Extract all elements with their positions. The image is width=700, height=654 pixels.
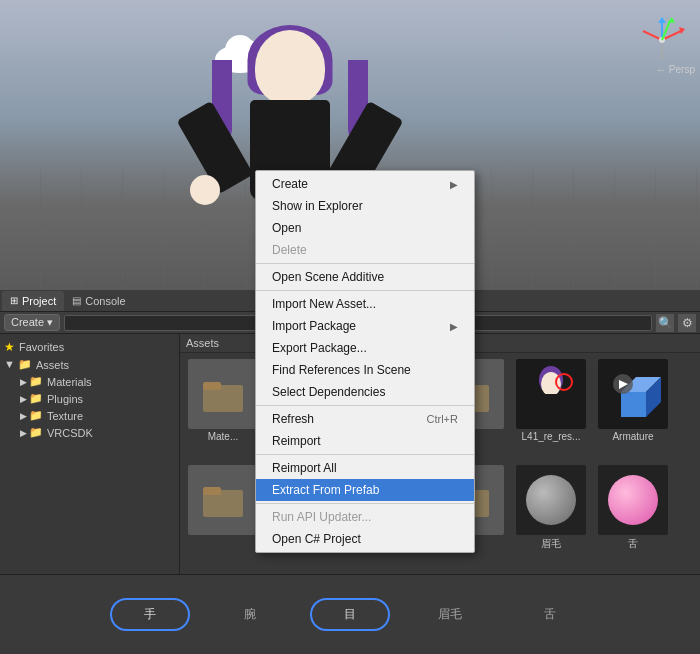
bottom-btn-mayuge[interactable]: 眉毛 [410, 598, 490, 631]
folder-icon: 📁 [29, 409, 43, 422]
persp-label: ← Persp [656, 64, 695, 75]
context-menu: Create ▶ Show in Explorer Open Delete Op… [255, 170, 475, 553]
console-tab-icon: ▤ [72, 295, 81, 306]
ctx-arrow-create: ▶ [450, 179, 458, 190]
asset-item-shita[interactable]: 舌 [594, 463, 672, 568]
ctx-sep-3 [256, 405, 474, 406]
ctx-refresh[interactable]: Refresh Ctrl+R [256, 408, 474, 430]
ctx-shortcut-refresh: Ctrl+R [427, 413, 458, 425]
bottom-btn-te[interactable]: 手 [110, 598, 190, 631]
arrow-icon: ▶ [20, 377, 27, 387]
create-button[interactable]: Create ▾ [4, 314, 60, 331]
svg-marker-1 [658, 17, 666, 23]
arrow-icon: ▶ [20, 394, 27, 404]
search-icon-btn[interactable]: 🔍 [656, 314, 674, 332]
arrow-icon: ▶ [20, 411, 27, 421]
ctx-sep-1 [256, 263, 474, 264]
asset-thumb-shita [598, 465, 668, 535]
asset-thumb-armature [598, 359, 668, 429]
ctx-select-deps[interactable]: Select Dependencies [256, 381, 474, 403]
bottom-bar: 手 腕 目 眉毛 舌 [0, 574, 700, 654]
asset-label: 舌 [628, 537, 638, 551]
svg-line-4 [643, 31, 662, 40]
ctx-open-csharp[interactable]: Open C# Project [256, 528, 474, 550]
char-head [255, 30, 325, 105]
ctx-sep-4 [256, 454, 474, 455]
ctx-find-refs[interactable]: Find References In Scene [256, 359, 474, 381]
asset-item-folder3[interactable] [184, 463, 262, 568]
asset-item-materials[interactable]: Mate... [184, 357, 262, 459]
ctx-show-explorer[interactable]: Show in Explorer [256, 195, 474, 217]
ctx-sep-5 [256, 503, 474, 504]
ctx-create[interactable]: Create ▶ [256, 173, 474, 195]
sidebar-materials[interactable]: ▶ 📁 Materials [0, 373, 179, 390]
asset-label: Armature [612, 431, 653, 442]
sidebar-favorites[interactable]: ★ Favorites [0, 338, 179, 356]
asset-item-armature[interactable]: Armature [594, 357, 672, 459]
svg-marker-8 [668, 17, 675, 23]
sidebar-plugins[interactable]: ▶ 📁 Plugins [0, 390, 179, 407]
arrow-icon: ▶ [20, 428, 27, 438]
ctx-open-scene-additive[interactable]: Open Scene Additive [256, 266, 474, 288]
svg-rect-10 [203, 382, 221, 390]
bottom-btn-ude[interactable]: 腕 [210, 598, 290, 631]
asset-thumb-materials [188, 359, 258, 429]
ctx-run-api: Run API Updater... [256, 506, 474, 528]
ctx-extract-prefab[interactable]: Extract From Prefab [256, 479, 474, 501]
ctx-open[interactable]: Open [256, 217, 474, 239]
asset-label: 眉毛 [541, 537, 561, 551]
bottom-btn-me[interactable]: 目 [310, 598, 390, 631]
ctx-reimport[interactable]: Reimport [256, 430, 474, 452]
folder-icon: ▼ 📁 [4, 358, 32, 371]
sidebar-texture[interactable]: ▶ 📁 Texture [0, 407, 179, 424]
ctx-import-new[interactable]: Import New Asset... [256, 293, 474, 315]
persp-gizmo: ← Persp [630, 8, 695, 73]
ctx-export-package[interactable]: Export Package... [256, 337, 474, 359]
folder-icon: 📁 [29, 392, 43, 405]
folder-icon: 📁 [29, 375, 43, 388]
filter-icon-btn[interactable]: ⚙ [678, 314, 696, 332]
svg-rect-27 [203, 487, 221, 495]
tab-project[interactable]: ⊞ Project [2, 291, 64, 311]
asset-item-l41[interactable]: L41_re_res... [512, 357, 590, 459]
asset-thumb-l41 [516, 359, 586, 429]
asset-thumb-folder3 [188, 465, 258, 535]
svg-marker-21 [621, 392, 646, 417]
asset-label: L41_re_res... [522, 431, 581, 442]
star-icon: ★ [4, 340, 15, 354]
ctx-reimport-all[interactable]: Reimport All [256, 457, 474, 479]
asset-item-mayuge[interactable]: 眉毛 [512, 463, 590, 568]
sidebar-assets-root[interactable]: ▼ 📁 Assets [0, 356, 179, 373]
sidebar-vrcsdk[interactable]: ▶ 📁 VRCSDK [0, 424, 179, 441]
sidebar: ★ Favorites ▼ 📁 Assets ▶ 📁 Materials ▶ 📁… [0, 334, 180, 574]
tab-console[interactable]: ▤ Console [64, 291, 133, 311]
folder-icon: 📁 [29, 426, 43, 439]
project-tab-icon: ⊞ [10, 295, 18, 306]
asset-thumb-mayuge [516, 465, 586, 535]
ctx-sep-2 [256, 290, 474, 291]
bottom-btn-shita[interactable]: 舌 [510, 598, 590, 631]
ctx-import-package[interactable]: Import Package ▶ [256, 315, 474, 337]
asset-label: Mate... [208, 431, 239, 442]
char-hand-left [190, 175, 220, 205]
ctx-arrow-import: ▶ [450, 321, 458, 332]
ctx-delete: Delete [256, 239, 474, 261]
